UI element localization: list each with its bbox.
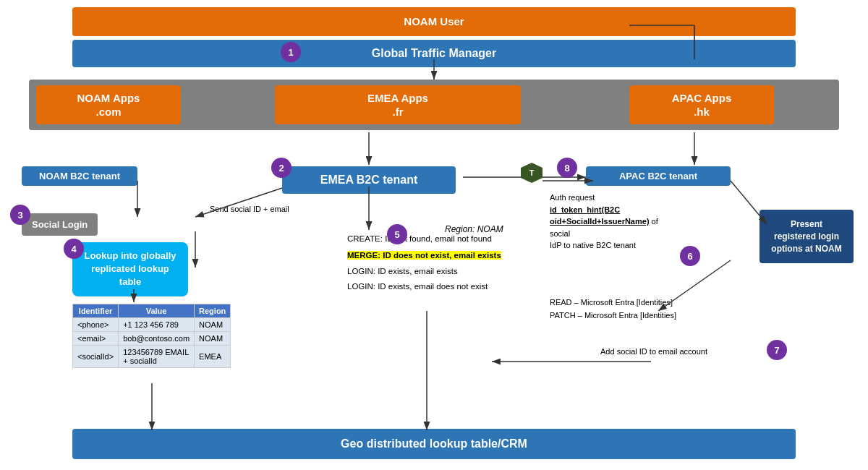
badge-7: 7 xyxy=(767,340,787,360)
noam-user-box: NOAM User xyxy=(72,7,796,36)
merge-msg: MERGE: ID does not exist, email exists xyxy=(347,248,501,263)
badge-3: 3 xyxy=(10,205,30,225)
app-emea-label: EMEA Apps .fr xyxy=(367,91,428,119)
login2-msg: LOGIN: ID exists, email does not exist xyxy=(347,279,501,294)
create-msg: CREATE: ID not found, email not found xyxy=(347,231,501,247)
app-noam-label: NOAM Apps .com xyxy=(77,91,140,119)
badge-5: 5 xyxy=(387,224,407,244)
badge-8: 8 xyxy=(557,158,577,178)
noam-tenant-box: NOAM B2C tenant xyxy=(22,166,137,186)
badge-1: 1 xyxy=(281,42,301,62)
table-row: <socialId> 123456789 EMAIL + socialId EM… xyxy=(73,346,231,368)
token-badge: T xyxy=(521,163,542,183)
add-social-text: Add social ID to email account xyxy=(600,347,707,356)
diagram: NOAM User Global Traffic Manager 1 NOAM … xyxy=(0,0,868,470)
badge-6: 6 xyxy=(680,246,700,266)
table-header-id: Identifier xyxy=(73,304,119,318)
gtm-label: Global Traffic Manager xyxy=(372,47,496,59)
app-emea: EMEA Apps .fr xyxy=(275,85,521,124)
noam-user-label: NOAM User xyxy=(404,14,464,29)
geo-box-label: Geo distributed lookup table/CRM xyxy=(341,437,527,450)
read-patch-text: READ – Microsoft Entra [Identities] PATC… xyxy=(550,296,676,322)
send-social-id-label: Send social ID + email xyxy=(210,205,289,213)
table-header-region: Region xyxy=(195,304,231,318)
present-registered-box: Present registered login options at NOAM xyxy=(760,210,854,263)
apac-tenant-label: APAC B2C tenant xyxy=(619,171,697,181)
apac-tenant-box: APAC B2C tenant xyxy=(586,166,731,186)
table-row: <phone> +1 123 456 789 NOAM xyxy=(73,318,231,332)
emea-messages: CREATE: ID not found, email not found ME… xyxy=(347,231,501,294)
app-apac-label: APAC Apps .hk xyxy=(672,91,732,119)
badge-4: 4 xyxy=(64,239,84,259)
emea-tenant-label: EMEA B2C tenant xyxy=(320,174,418,186)
apac-auth-text: Auth request id_token_hint(B2Coid+Social… xyxy=(550,192,665,252)
lookup-table: Identifier Value Region <phone> +1 123 4… xyxy=(72,304,231,368)
table-header-value: Value xyxy=(119,304,195,318)
login1-msg: LOGIN: ID exists, email exists xyxy=(347,264,501,279)
app-noam: NOAM Apps .com xyxy=(36,85,181,124)
lookup-box-label: Lookup into globally replicated lookup t… xyxy=(84,250,176,287)
gtm-box: Global Traffic Manager xyxy=(72,40,796,67)
badge-2: 2 xyxy=(271,158,292,178)
app-apac: APAC Apps .hk xyxy=(629,85,774,124)
present-box-label: Present registered login options at NOAM xyxy=(771,219,841,254)
social-login-label: Social Login xyxy=(32,219,88,230)
emea-tenant-box: EMEA B2C tenant xyxy=(282,166,456,194)
noam-tenant-label: NOAM B2C tenant xyxy=(39,171,120,181)
table-row: <email> bob@contoso.com NOAM xyxy=(73,332,231,346)
lookup-box: Lookup into globally replicated lookup t… xyxy=(72,242,188,296)
geo-box: Geo distributed lookup table/CRM xyxy=(72,429,796,459)
social-login-box: Social Login xyxy=(22,213,98,236)
